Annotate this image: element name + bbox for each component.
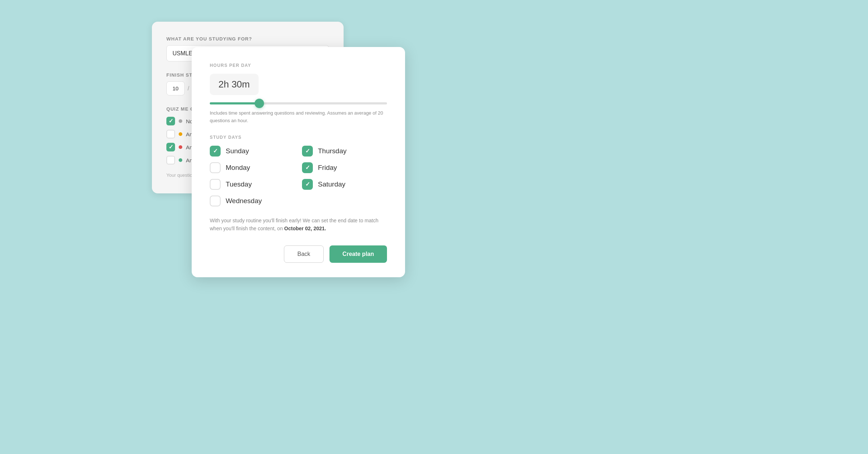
- back-button[interactable]: Back: [284, 245, 324, 263]
- slider-thumb[interactable]: [255, 99, 264, 108]
- hours-display: 2h 30m: [210, 74, 259, 95]
- checkmark-icon: ✓: [305, 165, 310, 171]
- checkmark-icon: ✓: [305, 148, 310, 154]
- empty-cell: [302, 196, 387, 206]
- finish-note: With your study routine you'll finish ea…: [210, 217, 387, 233]
- day-sunday[interactable]: ✓ Sunday: [210, 146, 295, 157]
- dot-green-icon: [179, 158, 182, 162]
- tuesday-label: Tuesday: [226, 180, 252, 188]
- day-saturday[interactable]: ✓ Saturday: [302, 179, 387, 190]
- day-thursday[interactable]: ✓ Thursday: [302, 146, 387, 157]
- create-plan-button[interactable]: Create plan: [329, 245, 387, 263]
- dot-gray-icon: [179, 119, 182, 123]
- finish-date-bold: October 02, 2021.: [284, 226, 326, 231]
- dot-yellow-icon: [179, 132, 182, 136]
- day-friday[interactable]: ✓ Friday: [302, 162, 387, 173]
- dot-red-icon: [179, 145, 182, 149]
- slider-note: Includes time spent answering questions …: [210, 110, 387, 125]
- sunday-checkbox[interactable]: ✓: [210, 146, 221, 157]
- slider-track: [210, 102, 387, 104]
- wednesday-label: Wednesday: [226, 197, 262, 205]
- checkbox-unchecked-icon: [166, 156, 175, 164]
- sunday-label: Sunday: [226, 147, 249, 155]
- slider-fill: [210, 102, 259, 104]
- checkmark-icon: ✓: [305, 181, 310, 187]
- day-tuesday[interactable]: Tuesday: [210, 179, 295, 190]
- date-month[interactable]: 10: [166, 81, 185, 95]
- monday-label: Monday: [226, 164, 250, 172]
- day-monday[interactable]: Monday: [210, 162, 295, 173]
- hours-section-label: HOURS PER DAY: [210, 63, 387, 68]
- main-modal: HOURS PER DAY 2h 30m Includes time spent…: [192, 47, 405, 277]
- modal-actions: Back Create plan: [210, 245, 387, 263]
- checkbox-checked-icon: ✓: [166, 117, 175, 125]
- study-days-grid: ✓ Sunday ✓ Thursday Monday ✓ Friday Tues…: [210, 146, 387, 206]
- saturday-checkbox[interactable]: ✓: [302, 179, 313, 190]
- checkbox-checked-icon: ✓: [166, 143, 175, 151]
- checkbox-unchecked-icon: [166, 130, 175, 138]
- day-wednesday[interactable]: Wednesday: [210, 196, 295, 206]
- wednesday-checkbox[interactable]: [210, 196, 221, 206]
- thursday-label: Thursday: [318, 147, 346, 155]
- friday-checkbox[interactable]: ✓: [302, 162, 313, 173]
- study-days-label: STUDY DAYS: [210, 135, 387, 140]
- checkmark-icon: ✓: [213, 148, 218, 154]
- thursday-checkbox[interactable]: ✓: [302, 146, 313, 157]
- monday-checkbox[interactable]: [210, 162, 221, 173]
- tuesday-checkbox[interactable]: [210, 179, 221, 190]
- friday-label: Friday: [318, 164, 337, 172]
- saturday-label: Saturday: [318, 180, 345, 188]
- studying-label: WHAT ARE YOU STUDYING FOR?: [166, 36, 329, 42]
- date-separator: /: [188, 85, 189, 92]
- hours-slider-container[interactable]: [210, 102, 387, 104]
